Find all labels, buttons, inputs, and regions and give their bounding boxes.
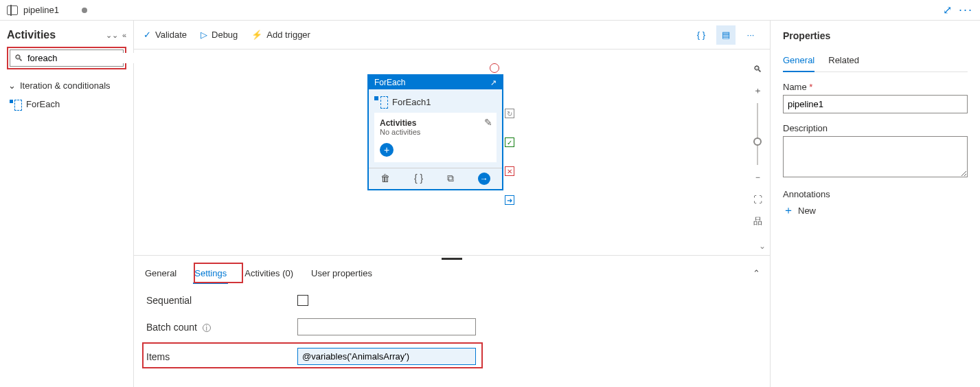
pipeline-tab-icon: [7, 5, 18, 15]
tab-user-properties[interactable]: User properties: [310, 264, 374, 283]
edit-activities-icon[interactable]: ✎: [484, 117, 492, 128]
items-input[interactable]: [297, 348, 476, 365]
tab-general[interactable]: General: [144, 264, 178, 283]
foreach-icon: [10, 100, 21, 109]
items-label: Items: [146, 351, 297, 362]
pipeline-canvas[interactable]: ForEach ↗ ForEach1 ✎ Activities No activ…: [134, 49, 745, 255]
node-activities-sub: No activities: [380, 128, 491, 136]
fit-screen-icon[interactable]: ⛶: [749, 191, 766, 208]
activities-search-input[interactable]: [27, 53, 143, 63]
copy-node-icon[interactable]: ⧉: [447, 173, 454, 185]
properties-title: Properties: [783, 30, 968, 41]
zoom-slider[interactable]: [757, 103, 758, 165]
code-node-icon[interactable]: { }: [414, 173, 423, 185]
batch-count-input[interactable]: [297, 318, 476, 335]
tab-activities[interactable]: Activities (0): [243, 264, 295, 283]
node-activities-title: Activities: [380, 118, 491, 128]
expand-icon[interactable]: ⤢: [943, 3, 952, 16]
search-icon: 🔍︎: [14, 53, 23, 63]
pipeline-name-input[interactable]: [783, 95, 968, 113]
more-toolbar-icon[interactable]: ···: [741, 25, 760, 45]
properties-toggle-button[interactable]: ▤: [716, 25, 736, 45]
validate-button[interactable]: ✓Validate: [144, 30, 187, 40]
port-failure-icon[interactable]: ✕: [505, 166, 514, 176]
sequential-label: Sequential: [146, 295, 297, 306]
check-icon: ✓: [144, 30, 151, 40]
node-name: ForEach1: [392, 97, 431, 107]
navigate-node-icon[interactable]: →: [478, 173, 490, 185]
chevron-down-icon: ⌄: [8, 80, 16, 91]
collapse-pane-icon[interactable]: ⌃: [753, 268, 760, 278]
trigger-icon: ⚡: [251, 30, 262, 40]
activity-item-foreach[interactable]: ForEach: [7, 95, 126, 113]
code-view-button[interactable]: { }: [692, 25, 711, 45]
name-label: Name *: [783, 82, 968, 92]
delete-node-icon[interactable]: 🗑: [380, 173, 390, 185]
add-trigger-label: Add trigger: [266, 30, 310, 40]
activities-panel-title: Activities: [7, 29, 56, 41]
activity-group-label: Iteration & conditionals: [20, 80, 111, 91]
zoom-out-icon[interactable]: －: [749, 169, 766, 186]
pipeline-tab-label[interactable]: pipeline1: [23, 5, 59, 15]
new-annotation-button[interactable]: ＋ New: [783, 203, 968, 218]
port-success-icon[interactable]: ✓: [505, 137, 514, 147]
prop-tab-related[interactable]: Related: [828, 52, 859, 71]
new-annotation-label: New: [798, 206, 816, 216]
more-menu-icon[interactable]: ···: [959, 3, 973, 17]
zoom-in-icon[interactable]: ＋: [749, 82, 766, 99]
foreach-node[interactable]: ForEach ↗ ForEach1 ✎ Activities No activ…: [367, 74, 503, 190]
node-type-label: ForEach: [374, 78, 405, 87]
resize-handle[interactable]: [134, 256, 770, 261]
description-textarea[interactable]: [783, 136, 968, 177]
batch-count-label: Batch count i: [146, 322, 297, 333]
expand-all-icon[interactable]: ⌄⌄: [106, 31, 118, 40]
collapse-canvas-icon[interactable]: ⌄: [759, 241, 766, 251]
validate-label: Validate: [155, 30, 187, 40]
activity-item-label: ForEach: [26, 99, 60, 109]
tab-settings[interactable]: Settings: [193, 264, 228, 283]
layout-icon[interactable]: 品: [749, 213, 766, 230]
play-icon: ▷: [201, 30, 207, 40]
expand-node-icon[interactable]: ↗: [490, 78, 497, 87]
debug-button[interactable]: ▷Debug: [201, 30, 238, 40]
canvas-search-icon[interactable]: 🔍︎: [749, 60, 766, 77]
info-icon[interactable]: i: [203, 324, 211, 332]
port-skip-icon[interactable]: ↻: [505, 109, 514, 118]
sequential-checkbox[interactable]: [297, 295, 308, 306]
annotation-circle-icon: [490, 63, 499, 73]
description-label: Description: [783, 123, 968, 133]
prop-tab-general[interactable]: General: [783, 52, 814, 72]
foreach-icon: [374, 96, 387, 107]
add-trigger-button[interactable]: ⚡Add trigger: [251, 30, 310, 40]
annotations-label: Annotations: [783, 189, 968, 199]
collapse-panel-icon[interactable]: «: [122, 31, 126, 40]
add-activity-button[interactable]: +: [380, 143, 394, 157]
unsaved-indicator-icon: [82, 8, 87, 13]
plus-icon: ＋: [783, 203, 794, 218]
debug-label: Debug: [212, 30, 238, 40]
activity-group-iteration[interactable]: ⌄ Iteration & conditionals: [7, 76, 126, 95]
port-completion-icon[interactable]: ➜: [505, 195, 514, 205]
